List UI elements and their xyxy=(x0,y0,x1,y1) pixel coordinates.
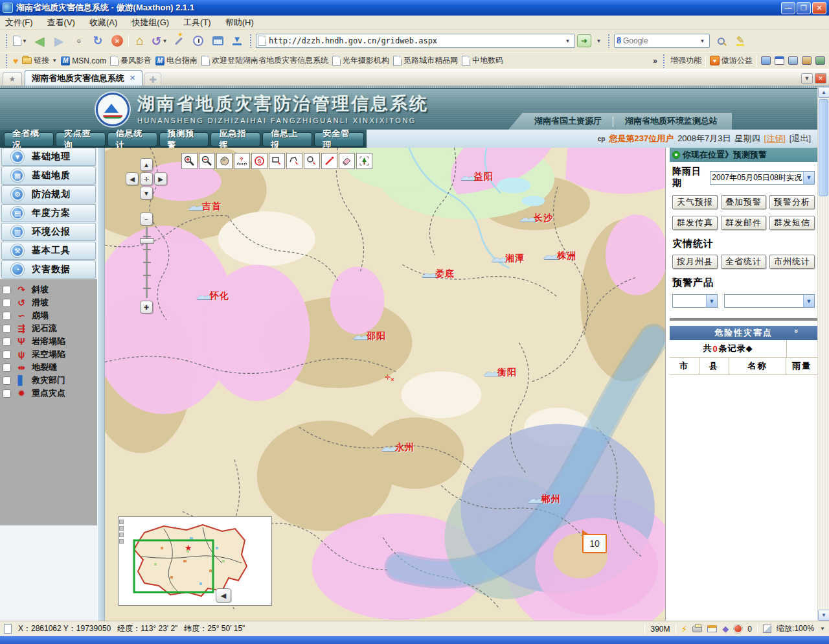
search-input[interactable] xyxy=(623,36,696,45)
pan-tool-button[interactable] xyxy=(216,153,233,169)
zoom-slider-handle[interactable] xyxy=(140,238,154,244)
pan-right-button[interactable]: ▶ xyxy=(154,172,167,185)
download-button[interactable]: ▼ xyxy=(229,32,245,49)
nav-tab-security-admin[interactable]: 安全管理 xyxy=(314,132,364,146)
link-geo-env-monitor-station[interactable]: 湖南省地质环境监测总站 xyxy=(625,115,718,127)
go-button[interactable]: ➜ xyxy=(577,34,591,47)
sidebar-item-annual-plan[interactable]: ▤年度方案 xyxy=(1,204,96,222)
zoom-in-step-button[interactable]: ✚ xyxy=(140,301,153,314)
scale-tool-button[interactable]: S xyxy=(251,153,267,169)
scroll-down-button[interactable]: ▼ xyxy=(818,610,829,621)
search-engine-dropdown[interactable]: ▼ xyxy=(698,35,707,47)
chevron-down-icon[interactable]: ▼ xyxy=(803,295,814,307)
stop-button[interactable]: ✕ xyxy=(109,32,126,49)
layer-checkbox-mining-subsidence[interactable] xyxy=(3,351,11,359)
menu-help[interactable]: 帮助(H) xyxy=(225,17,254,29)
layer-checkbox-slope[interactable] xyxy=(3,286,11,294)
tab-close-icon[interactable]: ✕ xyxy=(130,74,135,82)
bookmark-folder-links[interactable]: 链接▼ xyxy=(22,55,57,66)
pan-center-button[interactable]: ✛ xyxy=(140,172,153,185)
blocked-popup-icon[interactable] xyxy=(734,625,742,633)
layer-checkbox-debris-flow[interactable] xyxy=(3,325,11,333)
home-button[interactable]: ⌂ xyxy=(131,32,148,49)
city-marker-yiyang[interactable]: ☁☁益阳 xyxy=(460,170,494,183)
sidebar-item-disaster-data[interactable]: ◔灾害数据 xyxy=(1,260,96,279)
eraser-tool-button[interactable] xyxy=(339,153,355,169)
warning-analysis-button[interactable]: 预警分析 xyxy=(769,195,815,209)
logout-link[interactable]: [注销] xyxy=(764,133,786,144)
menu-tools[interactable]: 工具(T) xyxy=(183,17,211,29)
sidebar-splitter[interactable] xyxy=(97,148,105,621)
scroll-up-button[interactable]: ▲ xyxy=(818,87,829,98)
polygon-select-tool-button[interactable] xyxy=(286,153,302,169)
product-type-select[interactable]: ▼ xyxy=(672,294,718,308)
search-go-button[interactable] xyxy=(712,32,729,49)
rain-date-select[interactable]: 2007年05月05日08时实况 ▼ xyxy=(710,171,815,185)
city-marker-hengyang[interactable]: ☁☁衡阳 xyxy=(483,365,517,379)
highlight-button[interactable]: ✎ xyxy=(732,32,749,49)
city-marker-chenzhou[interactable]: ☁☁郴州 xyxy=(527,492,561,506)
full-extent-tool-button[interactable] xyxy=(356,153,372,169)
nav-tab-province-overview[interactable]: 全省概况 xyxy=(4,132,54,146)
history-button[interactable] xyxy=(190,32,207,49)
menu-file[interactable]: 文件(F) xyxy=(5,17,33,29)
address-input[interactable] xyxy=(269,36,560,45)
nav-tab-info-statistics[interactable]: 信息统计 xyxy=(108,132,157,146)
product-item-select[interactable]: ▼ xyxy=(724,294,815,308)
layer-checkbox-ground-fissure[interactable] xyxy=(3,363,11,372)
measure-tool-button[interactable]: ? xyxy=(234,153,250,169)
city-marker-loudi[interactable]: ☁☁娄底 xyxy=(421,267,455,281)
pens-icon[interactable] xyxy=(802,56,812,65)
snap-window-icon[interactable] xyxy=(707,625,717,632)
history-dropdown-button[interactable]: ⊙ xyxy=(70,32,87,49)
bookmark-msn[interactable]: MMSN.com xyxy=(61,56,106,65)
zoom-level-label[interactable]: 缩放:100% xyxy=(777,623,814,634)
layer-checkbox-rescue-dept[interactable] xyxy=(3,376,11,385)
enhance-features-link[interactable]: 增强功能 xyxy=(670,55,701,66)
nav-tab-emergency-command[interactable]: 应急指挥 xyxy=(210,132,260,146)
tab-active[interactable]: 湖南省地质灾害信息系统 ✕ xyxy=(25,70,142,86)
city-marker-yongzhou[interactable]: ☁☁永州 xyxy=(381,441,414,454)
pan-down-button[interactable]: ▼ xyxy=(140,187,153,200)
mass-email-button[interactable]: 群发邮件 xyxy=(721,216,766,230)
nav-tab-forecast-warning[interactable]: 预测预警 xyxy=(159,132,209,146)
grid-icon[interactable] xyxy=(815,56,825,65)
bookmark-zhongdi[interactable]: 中地数码 xyxy=(462,55,503,66)
link-land-resources-dept[interactable]: 湖南省国土资源厅 xyxy=(534,115,602,127)
new-page-button[interactable]: ▼ xyxy=(12,32,28,49)
city-marker-changsha[interactable]: ☁☁长沙 xyxy=(519,211,553,225)
bookmark-hunan-geohazard[interactable]: 欢迎登陆湖南省地质灾害信息系统 xyxy=(201,55,328,66)
city-stats-button[interactable]: 市州统计 xyxy=(769,255,815,269)
sidebar-item-basic-tools[interactable]: ⚒基本工具 xyxy=(1,242,96,260)
notes-icon[interactable] xyxy=(788,56,798,65)
bookmark-radio-guide[interactable]: M电台指南 xyxy=(155,55,198,66)
layer-checkbox-karst-subsidence[interactable] xyxy=(3,338,11,346)
warning-flag-marker[interactable]: 10 xyxy=(582,534,607,553)
back-button[interactable]: ◀ xyxy=(31,32,48,49)
layer-checkbox-collapse[interactable] xyxy=(3,312,11,320)
new-tab-button[interactable]: ✚ xyxy=(144,73,161,86)
forward-button[interactable]: ▶ xyxy=(51,32,67,49)
collapse-chevron-icon[interactable]: » xyxy=(793,329,801,334)
undo-button[interactable]: ↺▼ xyxy=(151,32,168,49)
sidebar-item-base-geography[interactable]: ▼基础地理 xyxy=(1,148,96,166)
window-panel-icon[interactable] xyxy=(775,56,784,65)
sidebar-item-env-bulletin[interactable]: ▥环境公报 xyxy=(1,223,96,241)
sidebar-item-prevention-plan[interactable]: ⚙防治规划 xyxy=(1,185,96,203)
address-dropdown-button[interactable]: ▼ xyxy=(563,35,573,47)
draw-line-tool-button[interactable] xyxy=(321,153,337,169)
tab-favorites-button[interactable]: ★ xyxy=(3,72,22,86)
bookmark-baofeng[interactable]: 暴风影音 xyxy=(110,55,152,66)
printer-icon[interactable] xyxy=(692,626,702,632)
overview-collapse-button[interactable]: ◀ xyxy=(216,588,231,603)
bookmarks-overflow-button[interactable]: » xyxy=(653,56,657,65)
mass-sms-button[interactable]: 群发短信 xyxy=(769,216,815,230)
monthly-county-stats-button[interactable]: 按月州县 xyxy=(672,255,718,269)
close-button[interactable]: ✕ xyxy=(812,2,826,14)
notes-diamond-icon[interactable]: ◆ xyxy=(722,624,729,634)
chevron-down-icon[interactable]: ▼ xyxy=(706,295,717,307)
nav-tab-disaster-query[interactable]: 灾点查询 xyxy=(56,132,106,146)
magic-fill-button[interactable] xyxy=(170,32,187,49)
zoom-in-tool-button[interactable] xyxy=(181,153,198,169)
boost-icon[interactable]: ⚡ xyxy=(681,624,688,634)
